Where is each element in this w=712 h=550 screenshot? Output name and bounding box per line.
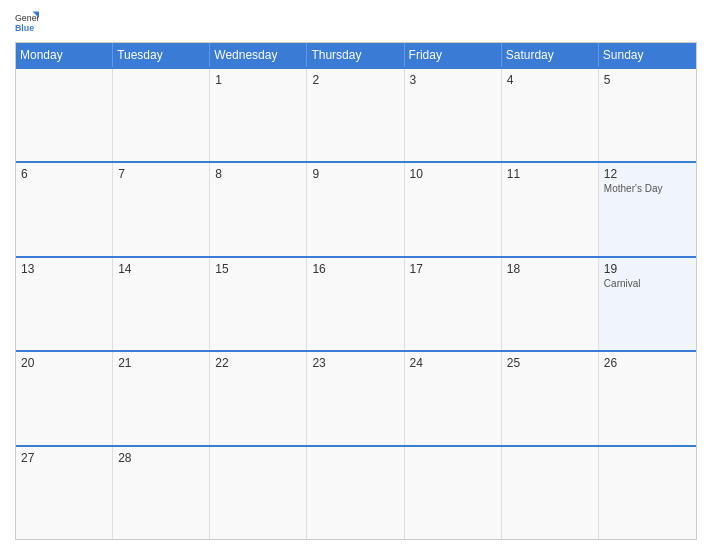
day-number: 28 <box>118 451 204 465</box>
cal-cell-10: 10 <box>405 163 502 255</box>
header-day-monday: Monday <box>16 43 113 67</box>
cal-cell-9: 9 <box>307 163 404 255</box>
calendar-grid: MondayTuesdayWednesdayThursdayFridaySatu… <box>15 42 697 540</box>
day-number: 11 <box>507 167 593 181</box>
header-day-wednesday: Wednesday <box>210 43 307 67</box>
day-number: 26 <box>604 356 691 370</box>
cal-cell-15: 15 <box>210 258 307 350</box>
cal-cell-11: 11 <box>502 163 599 255</box>
day-number: 4 <box>507 73 593 87</box>
cal-cell-14: 14 <box>113 258 210 350</box>
cal-cell-4: 4 <box>502 69 599 161</box>
day-number: 3 <box>410 73 496 87</box>
header-day-tuesday: Tuesday <box>113 43 210 67</box>
header-day-thursday: Thursday <box>307 43 404 67</box>
week-row-2: 6789101112Mother's Day <box>16 161 696 255</box>
day-number: 6 <box>21 167 107 181</box>
cal-cell-16: 16 <box>307 258 404 350</box>
cal-cell-8: 8 <box>210 163 307 255</box>
cal-cell-17: 17 <box>405 258 502 350</box>
cal-cell-2: 2 <box>307 69 404 161</box>
cal-cell-empty <box>210 447 307 539</box>
cal-cell-23: 23 <box>307 352 404 444</box>
day-number: 21 <box>118 356 204 370</box>
day-number: 20 <box>21 356 107 370</box>
cal-cell-24: 24 <box>405 352 502 444</box>
cal-cell-18: 18 <box>502 258 599 350</box>
cal-cell-empty <box>405 447 502 539</box>
cal-cell-6: 6 <box>16 163 113 255</box>
calendar-body: 123456789101112Mother's Day1314151617181… <box>16 67 696 539</box>
day-number: 19 <box>604 262 691 276</box>
day-number: 27 <box>21 451 107 465</box>
logo-icon: General Blue <box>15 10 39 34</box>
day-number: 7 <box>118 167 204 181</box>
day-number: 16 <box>312 262 398 276</box>
calendar-page: General Blue MondayTuesdayWednesdayThurs… <box>0 0 712 550</box>
cal-cell-3: 3 <box>405 69 502 161</box>
event-label: Carnival <box>604 278 691 289</box>
day-number: 22 <box>215 356 301 370</box>
page-header: General Blue <box>15 10 697 34</box>
cal-cell-1: 1 <box>210 69 307 161</box>
cal-cell-empty <box>599 447 696 539</box>
week-row-4: 20212223242526 <box>16 350 696 444</box>
logo: General Blue <box>15 10 41 34</box>
day-number: 8 <box>215 167 301 181</box>
day-number: 1 <box>215 73 301 87</box>
cal-cell-21: 21 <box>113 352 210 444</box>
header-day-saturday: Saturday <box>502 43 599 67</box>
svg-text:Blue: Blue <box>15 23 34 33</box>
header-day-sunday: Sunday <box>599 43 696 67</box>
week-row-5: 2728 <box>16 445 696 539</box>
cal-cell-empty <box>113 69 210 161</box>
cal-cell-7: 7 <box>113 163 210 255</box>
day-number: 12 <box>604 167 691 181</box>
day-number: 23 <box>312 356 398 370</box>
cal-cell-empty <box>16 69 113 161</box>
cal-cell-12: 12Mother's Day <box>599 163 696 255</box>
day-number: 5 <box>604 73 691 87</box>
cal-cell-empty <box>502 447 599 539</box>
cal-cell-20: 20 <box>16 352 113 444</box>
day-number: 17 <box>410 262 496 276</box>
day-number: 14 <box>118 262 204 276</box>
cal-cell-13: 13 <box>16 258 113 350</box>
day-number: 15 <box>215 262 301 276</box>
cal-cell-5: 5 <box>599 69 696 161</box>
cal-cell-empty <box>307 447 404 539</box>
cal-cell-25: 25 <box>502 352 599 444</box>
day-number: 25 <box>507 356 593 370</box>
cal-cell-28: 28 <box>113 447 210 539</box>
day-number: 2 <box>312 73 398 87</box>
cal-cell-26: 26 <box>599 352 696 444</box>
cal-cell-27: 27 <box>16 447 113 539</box>
cal-cell-19: 19Carnival <box>599 258 696 350</box>
week-row-1: 12345 <box>16 67 696 161</box>
day-number: 9 <box>312 167 398 181</box>
day-number: 13 <box>21 262 107 276</box>
cal-cell-22: 22 <box>210 352 307 444</box>
header-day-friday: Friday <box>405 43 502 67</box>
day-number: 10 <box>410 167 496 181</box>
svg-text:General: General <box>15 13 39 23</box>
week-row-3: 13141516171819Carnival <box>16 256 696 350</box>
calendar-header: MondayTuesdayWednesdayThursdayFridaySatu… <box>16 43 696 67</box>
event-label: Mother's Day <box>604 183 691 194</box>
day-number: 24 <box>410 356 496 370</box>
day-number: 18 <box>507 262 593 276</box>
